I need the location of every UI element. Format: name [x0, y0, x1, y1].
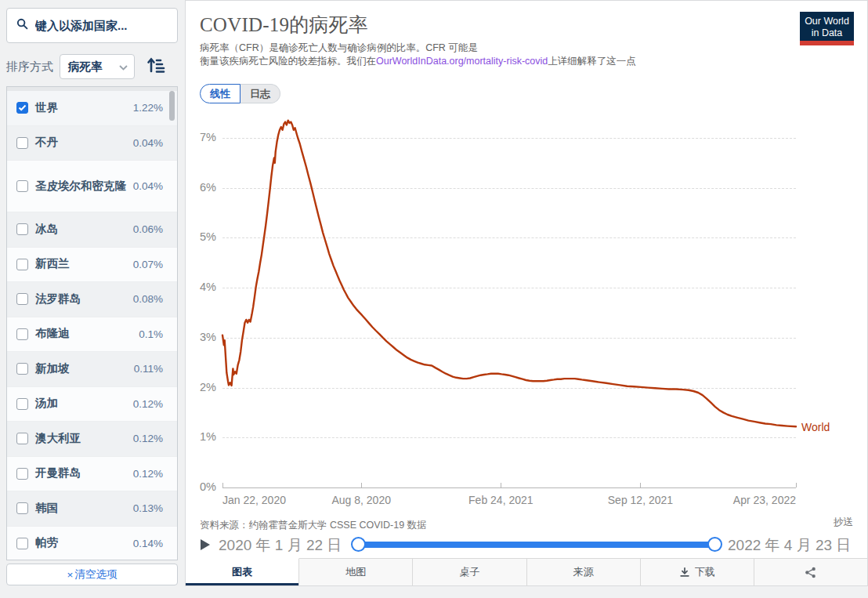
sort-direction-button[interactable] [144, 55, 168, 78]
country-value: 0.08% [133, 293, 163, 305]
country-row[interactable]: 汤加0.12% [7, 387, 177, 422]
country-row[interactable]: 不丹0.04% [7, 126, 177, 161]
country-name: 布隆迪 [35, 326, 128, 342]
country-list-scrollbar[interactable] [169, 91, 175, 121]
country-value: 0.13% [133, 502, 163, 514]
sort-ascending-icon [146, 56, 165, 78]
country-value: 0.12% [133, 433, 163, 444]
subtitle-line2-post: 上详细解释了这一点 [548, 56, 636, 67]
checkbox-unchecked[interactable] [16, 502, 28, 514]
line-chart[interactable] [186, 111, 868, 502]
checkbox-unchecked[interactable] [16, 293, 28, 305]
tab-label: 下载 [695, 565, 715, 579]
country-row[interactable]: 开曼群岛0.12% [7, 457, 177, 492]
country-name: 圣皮埃尔和密克隆 [35, 179, 128, 194]
checkbox-unchecked[interactable] [16, 468, 28, 480]
checkbox-unchecked[interactable] [16, 398, 28, 410]
download-icon [679, 567, 690, 578]
country-name: 世界 [35, 100, 128, 116]
country-name: 帕劳 [35, 535, 128, 551]
country-name: 汤加 [35, 396, 128, 411]
checkbox-unchecked[interactable] [16, 259, 28, 270]
series-end-label: World [801, 421, 830, 433]
country-name: 法罗群岛 [35, 292, 128, 307]
chart-title: COVID-19的病死率 [200, 12, 368, 38]
country-search-box[interactable] [6, 8, 178, 43]
country-value: 0.04% [133, 137, 163, 149]
chart-card: COVID-19的病死率 病死率（CFR）是确诊死亡人数与确诊病例的比率。CFR… [185, 0, 868, 586]
timeline-start-date: 2020 年 1 月 22 日 [219, 535, 342, 556]
subtitle-line2-pre: 衡量该疾病死亡风险的较差指标。我们在 [200, 56, 376, 67]
country-name: 开曼群岛 [35, 466, 128, 481]
tab-地图[interactable]: 地图 [299, 559, 413, 585]
tab-下载[interactable]: 下载 [641, 559, 754, 585]
search-input[interactable] [35, 19, 161, 32]
country-row[interactable]: 世界1.22% [7, 91, 177, 126]
timeline: 2020 年 1 月 22 日 2022 年 4 月 23 日 [186, 532, 868, 557]
clear-selection-label: 清空选项 [74, 567, 117, 582]
checkbox-unchecked[interactable] [16, 137, 28, 149]
series-line-world [222, 121, 796, 427]
timeline-track[interactable] [359, 542, 714, 548]
country-row[interactable]: 冰岛0.06% [7, 212, 177, 248]
search-icon [16, 18, 28, 33]
clear-selection-button[interactable]: × 清空选项 [6, 564, 178, 585]
checkbox-unchecked[interactable] [16, 538, 28, 549]
country-name: 冰岛 [35, 222, 128, 237]
country-row[interactable]: 韩国0.13% [7, 491, 177, 527]
scale-toggle: 线性 日志 [200, 84, 280, 103]
license-link[interactable]: 抄送 [834, 516, 853, 529]
sort-select[interactable]: 病死率 [60, 54, 135, 79]
clear-icon: × [67, 569, 74, 581]
country-row[interactable]: 圣皮埃尔和密克隆0.04% [7, 161, 177, 212]
tab-来源[interactable]: 来源 [527, 559, 641, 585]
owid-logo-line1: Our World [800, 16, 854, 27]
timeline-handle-end[interactable] [707, 537, 722, 552]
country-row[interactable]: 新加坡0.11% [7, 352, 177, 387]
country-value: 0.14% [133, 538, 163, 549]
checkbox-unchecked[interactable] [16, 328, 28, 340]
country-value: 1.22% [133, 102, 163, 114]
checkbox-unchecked[interactable] [16, 433, 28, 444]
tab-图表[interactable]: 图表 [186, 558, 299, 585]
scale-log-button[interactable]: 日志 [241, 84, 280, 103]
source-note: 资料来源：约翰霍普金斯大学 CSSE COVID-19 数据 [200, 519, 427, 532]
checkbox-unchecked[interactable] [16, 363, 28, 375]
tab-label: 图表 [232, 565, 252, 579]
bottom-tab-bar: 图表地图桌子来源下载 [186, 558, 867, 585]
checkbox-checked[interactable] [16, 102, 28, 114]
page: 排序方式 病死率 世界1.22%不丹0.04%圣皮埃尔和密克隆0.04%冰岛0.… [0, 0, 868, 598]
checkbox-unchecked[interactable] [16, 180, 28, 192]
country-value: 0.04% [133, 180, 163, 192]
country-row[interactable]: 新西兰0.07% [7, 248, 177, 283]
mortality-risk-link[interactable]: OurWorldInData.org/mortality-risk-covid [376, 56, 548, 67]
share-icon [805, 567, 816, 578]
checkbox-unchecked[interactable] [16, 223, 28, 235]
play-button[interactable] [200, 538, 212, 551]
country-row[interactable]: 法罗群岛0.08% [7, 282, 177, 317]
country-list[interactable]: 世界1.22%不丹0.04%圣皮埃尔和密克隆0.04%冰岛0.06%新西兰0.0… [6, 86, 178, 560]
scale-linear-button[interactable]: 线性 [200, 84, 241, 103]
country-value: 0.12% [133, 468, 163, 480]
country-row[interactable]: 帕劳0.14% [7, 527, 177, 561]
subtitle-line1: 病死率（CFR）是确诊死亡人数与确诊病例的比率。CFR 可能是 [200, 42, 478, 53]
country-name: 不丹 [35, 135, 128, 150]
country-row[interactable]: 澳大利亚0.12% [7, 422, 177, 457]
owid-logo[interactable]: Our World in Data [800, 12, 854, 45]
chart-subtitle: 病死率（CFR）是确诊死亡人数与确诊病例的比率。CFR 可能是 衡量该疾病死亡风… [200, 42, 701, 68]
country-name: 澳大利亚 [35, 431, 128, 447]
timeline-handle-start[interactable] [351, 537, 366, 552]
country-name: 新加坡 [35, 361, 128, 377]
tab-桌子[interactable]: 桌子 [413, 559, 526, 585]
timeline-end-date: 2022 年 4 月 23 日 [728, 535, 851, 556]
country-value: 0.06% [133, 223, 163, 235]
tab-label: 来源 [573, 565, 594, 579]
country-value: 0.1% [139, 328, 163, 340]
country-row[interactable]: 布隆迪0.1% [7, 317, 177, 353]
sort-row: 排序方式 病死率 [6, 53, 178, 80]
tab-share[interactable] [754, 559, 867, 585]
country-value: 0.12% [133, 398, 163, 410]
sort-label: 排序方式 [6, 60, 53, 74]
country-value: 0.11% [134, 363, 163, 375]
country-name: 韩国 [35, 501, 128, 516]
